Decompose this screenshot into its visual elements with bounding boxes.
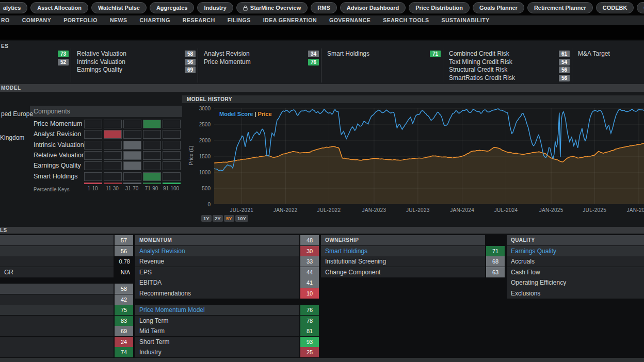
x-tick-jan-2026: JAN-2026 [621, 207, 644, 213]
details-value: 78 [300, 316, 319, 326]
chart-legend: Model Score | Price [219, 111, 272, 117]
pill-asset-allocation[interactable]: Asset Allocation [30, 2, 88, 13]
component-cell [143, 130, 161, 139]
score-value: 52 [58, 59, 69, 65]
nav-charting[interactable]: CHARTING [139, 17, 170, 23]
score-label-earnings-quality: Earnings Quality [77, 66, 122, 74]
x-tick-jan-2022: JAN-2022 [267, 207, 303, 213]
nav-ro[interactable]: RO [1, 17, 10, 23]
component-cell [123, 172, 141, 181]
details-row-price-momentum-model[interactable]: Price Momentum Model [135, 305, 299, 315]
details-value: 74 [115, 347, 133, 357]
nav-sustainability[interactable]: SUSTAINABILITY [442, 17, 490, 23]
details-value: 57 [115, 235, 133, 245]
region-item[interactable]: ped Europe [1, 110, 33, 118]
details-header-quality: QUALITY [507, 235, 644, 245]
details-value: 63 [486, 267, 505, 277]
score-column: Analyst Revision34Price Momentum76 [198, 50, 321, 84]
pill-codebk[interactable]: CODEBK [596, 2, 634, 13]
details-row-blank[interactable] [0, 305, 114, 315]
pill-rms[interactable]: RMS [311, 2, 336, 13]
y-tick-0: 0 [185, 202, 211, 207]
details-value: 30 [300, 246, 319, 256]
details-group-quality: QUALITYEarnings QualityAccrualsCash Flow… [507, 234, 644, 358]
pill-label: CODEBK [603, 5, 627, 11]
pill-alytics[interactable]: alytics [0, 2, 27, 13]
component-cell [84, 161, 102, 170]
nav-portfolio[interactable]: PORTFOLIO [63, 17, 98, 23]
details-band-label: LS [0, 227, 7, 233]
details-value: 42 [115, 294, 133, 305]
component-cell [163, 161, 181, 170]
pill-label: Industry [204, 5, 226, 11]
nav-research[interactable]: RESEARCH [183, 17, 215, 23]
pill-goals-planner[interactable]: Goals Planner [473, 2, 524, 13]
score-label-price-momentum: Price Momentum [204, 58, 251, 67]
nav-news[interactable]: NEWS [110, 17, 127, 23]
range-button-5y[interactable]: 5Y [224, 215, 234, 222]
details-row-smart-holdings[interactable]: Smart Holdings [321, 246, 485, 256]
region-item[interactable]: Kingdom [0, 134, 24, 141]
score-value: 61 [559, 51, 570, 57]
nav-company[interactable]: COMPANY [22, 17, 51, 23]
pill-retirement-planner[interactable]: Retirement Planner [527, 2, 593, 13]
range-button-1y[interactable]: 1Y [201, 215, 212, 222]
details-row-blank [0, 337, 114, 347]
score-label-smartratios-credit-risk: SmartRatios Credit Risk [449, 74, 515, 83]
pill-starmine-overview[interactable]: StarMine Overview [236, 2, 308, 13]
details-group-momentum: MOMENTUM48Analyst Revision30Revenue33EPS… [135, 234, 319, 358]
pill-label: alytics [3, 5, 21, 11]
score-label-intrinsic-valuation: Intrinsic Valuation [77, 58, 125, 67]
model-history-chart[interactable] [214, 108, 644, 204]
component-cell [84, 130, 102, 139]
nav-idea-generation[interactable]: IDEA GENERATION [263, 17, 317, 23]
details-header-momentum: MOMENTUM [135, 235, 299, 245]
pill-aggregates[interactable]: Aggregates [150, 2, 195, 13]
component-cell [143, 172, 161, 181]
component-cell [104, 161, 122, 170]
details-row-blank [0, 347, 114, 357]
component-cell [84, 151, 102, 160]
components-header: Components [30, 106, 182, 117]
x-tick-jul-2024: JUL-2024 [488, 207, 524, 213]
component-cell [84, 141, 102, 150]
component-cell [104, 151, 122, 160]
details-row-change-component: Change Component [321, 267, 485, 277]
pill-industry[interactable]: Industry [197, 2, 233, 13]
score-value: 56 [185, 59, 196, 65]
component-cell [123, 161, 141, 170]
x-tick-jul-2023: JUL-2023 [400, 207, 436, 213]
nav-governance[interactable]: GOVERNANCE [329, 17, 371, 23]
details-row-accruals: Accruals [507, 256, 644, 267]
scores-section-label: ES [1, 43, 8, 49]
details-value: 33 [300, 256, 319, 267]
pill-price-distribution[interactable]: Price Distribution [409, 2, 470, 13]
pill-label: Watchlist Pulse [98, 5, 140, 11]
details-row-blank[interactable] [0, 246, 114, 256]
nav-search-tools[interactable]: SEARCH TOOLS [383, 17, 429, 23]
range-button-10y[interactable]: 10Y [235, 215, 248, 222]
score-value: 56 [559, 67, 570, 73]
component-cell [143, 161, 161, 170]
component-cell [104, 130, 122, 139]
score-column: Smart Holdings71 [321, 50, 443, 84]
details-row-gr: GR [0, 267, 114, 277]
details-value: 83 [115, 316, 133, 326]
pill-watchlist-pulse[interactable]: Watchlist Pulse [91, 2, 147, 13]
app-window: alyticsAsset AllocationWatchlist PulseAg… [0, 0, 644, 362]
nav-filings[interactable]: FILINGS [228, 17, 251, 23]
percentile-key-71-90: 71-90 [142, 186, 161, 191]
score-label-relative-valuation: Relative Valuation [77, 50, 126, 58]
details-row-analyst-revision[interactable]: Analyst Revision [135, 246, 299, 256]
pill-advisor-dashboard[interactable]: Advisor Dashboard [340, 2, 406, 13]
component-cell [143, 120, 161, 128]
range-button-2y[interactable]: 2Y [213, 215, 223, 222]
details-row-earnings-quality[interactable]: Earnings Quality [507, 246, 644, 256]
component-cell [104, 120, 122, 128]
pill-chartbook[interactable]: Chartbook [637, 2, 644, 13]
model-section-band: MODEL [0, 84, 644, 92]
score-value: 34 [308, 51, 319, 57]
y-tick-500: 500 [185, 186, 211, 191]
details-row-blank [0, 326, 114, 336]
details-row-institutional-screening: Institutional Screening [321, 256, 485, 267]
